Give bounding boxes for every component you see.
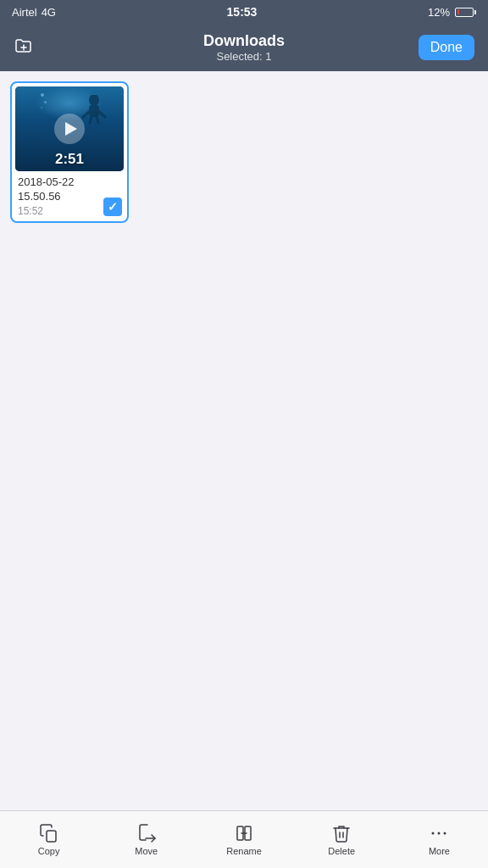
svg-point-2 [89,95,99,106]
carrier-label: Airtel [12,6,37,19]
svg-point-13 [438,832,441,835]
svg-line-5 [99,112,105,117]
time-label: 15:53 [227,5,258,19]
svg-rect-3 [89,105,99,117]
battery-icon [455,8,476,17]
move-button[interactable]: Move [97,823,195,856]
battery-percent-label: 12% [428,6,450,19]
list-item[interactable]: 2:51 2018-05-2215.50.56 15:52 ✓ [10,81,129,223]
selection-checkbox[interactable]: ✓ [103,198,122,216]
bottom-toolbar: Copy Move Rename Delete [0,810,488,868]
nav-bar: Downloads Selected: 1 Done [0,24,488,71]
copy-label: Copy [38,846,60,856]
svg-point-12 [432,832,435,835]
selection-count: Selected: 1 [216,50,271,63]
done-button[interactable]: Done [419,35,474,60]
move-label: Move [135,846,158,856]
status-left: Airtel 4G [12,6,56,19]
file-thumbnail: 2:51 [15,86,124,171]
main-content: 2:51 2018-05-2215.50.56 15:52 ✓ [0,71,488,810]
status-bar: Airtel 4G 15:53 12% [0,0,488,24]
more-button[interactable]: More [391,823,488,856]
delete-label: Delete [328,846,355,856]
svg-point-14 [444,832,446,835]
nav-center: Downloads Selected: 1 [64,32,424,63]
page-title: Downloads [203,32,285,50]
more-label: More [429,846,450,856]
video-duration: 2:51 [55,151,84,168]
file-grid: 2:51 2018-05-2215.50.56 15:52 ✓ [10,81,478,223]
delete-button[interactable]: Delete [293,823,391,856]
play-icon [54,114,85,144]
svg-rect-8 [47,831,56,842]
svg-line-6 [90,117,92,123]
network-type-label: 4G [42,6,56,19]
nav-left [14,36,64,59]
nav-right[interactable]: Done [424,35,474,60]
rename-label: Rename [226,846,262,856]
svg-line-7 [97,117,98,123]
rename-button[interactable]: Rename [195,823,292,856]
new-folder-icon[interactable] [14,36,34,59]
svg-line-4 [83,112,89,117]
copy-button[interactable]: Copy [0,823,97,856]
status-right: 12% [428,6,476,19]
